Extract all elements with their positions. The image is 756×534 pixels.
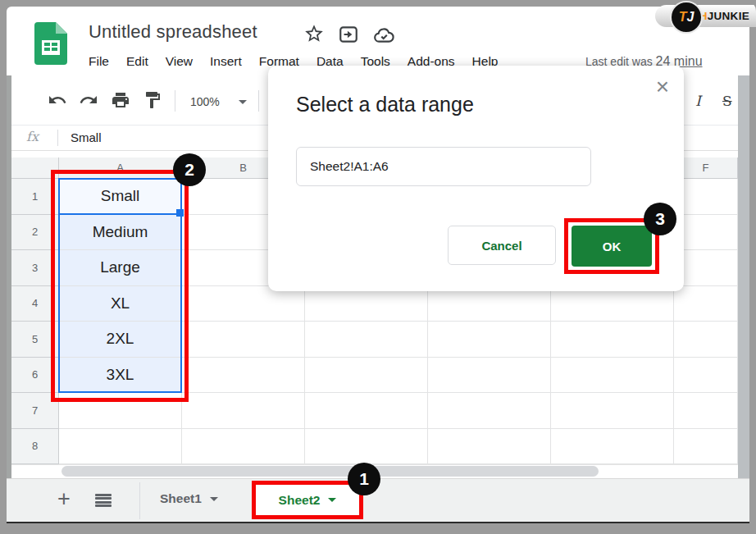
menu-view[interactable]: View [166, 54, 193, 69]
cell-D4[interactable] [428, 286, 551, 322]
spreadsheet-title[interactable]: Untitled spreadsheet [89, 21, 257, 43]
cell-C8[interactable] [305, 429, 428, 465]
zoom-level-select[interactable]: 100% [190, 95, 220, 108]
move-folder-icon[interactable] [338, 24, 359, 45]
add-sheet-button[interactable]: + [57, 486, 71, 512]
undo-icon[interactable] [48, 90, 67, 110]
menu-edit[interactable]: Edit [126, 54, 148, 69]
dialog-title: Select a data range [296, 93, 474, 116]
annotation-rect-range [51, 170, 189, 402]
cell-B5[interactable] [182, 322, 305, 358]
formula-bar-divider [57, 130, 58, 146]
cell-C5[interactable] [305, 322, 428, 358]
menu-file[interactable]: File [89, 54, 109, 69]
row-header-8[interactable]: 8 [11, 429, 59, 465]
cell-F8[interactable] [674, 429, 738, 465]
close-icon[interactable]: × [656, 75, 669, 98]
star-icon[interactable] [303, 23, 325, 44]
google-sheets-logo-icon [34, 22, 67, 65]
cell-E4[interactable] [551, 286, 674, 322]
cell-D7[interactable] [428, 393, 551, 429]
tab-sheet1[interactable]: Sheet1 [160, 491, 218, 506]
sheet-bar-divider [139, 482, 140, 519]
cell-B7[interactable] [182, 393, 305, 429]
toolbar-divider [175, 90, 175, 112]
chevron-down-icon[interactable] [328, 498, 336, 502]
cell-D8[interactable] [428, 429, 551, 465]
cell-D5[interactable] [428, 322, 551, 358]
cancel-button[interactable]: Cancel [448, 226, 556, 265]
cell-F4[interactable] [674, 286, 738, 322]
chevron-down-icon[interactable] [239, 100, 247, 104]
all-sheets-menu-icon[interactable] [95, 494, 112, 507]
vertical-scrollbar[interactable] [738, 75, 749, 478]
annotation-badge-2: 2 [173, 153, 206, 186]
print-icon[interactable] [111, 90, 130, 110]
cell-F5[interactable] [674, 322, 738, 358]
cell-E5[interactable] [551, 322, 674, 358]
horizontal-scrollbar-thumb[interactable] [61, 466, 599, 477]
menu-insert[interactable]: Insert [210, 54, 242, 69]
spreadsheet-window: Untitled spreadsheet File Edit View Inse… [7, 7, 749, 523]
cell-B4[interactable] [182, 286, 305, 322]
chevron-down-icon[interactable] [210, 497, 218, 501]
left-edge-strip [7, 75, 11, 478]
techjunkie-logo-icon: TJ [670, 1, 703, 34]
cell-C6[interactable] [305, 358, 428, 394]
annotation-badge-3: 3 [644, 203, 676, 235]
formula-bar-value[interactable]: Small [71, 130, 102, 144]
fx-icon: fx [26, 129, 39, 144]
tab-sheet2[interactable]: Sheet2 [252, 481, 363, 519]
italic-button[interactable]: I [695, 93, 701, 109]
cell-F7[interactable] [674, 393, 738, 429]
cell-C4[interactable] [305, 286, 428, 322]
annotation-badge-1: 1 [348, 463, 380, 495]
strikethrough-button[interactable]: S [722, 93, 732, 109]
data-range-input[interactable] [296, 147, 591, 186]
cell-C7[interactable] [305, 393, 428, 429]
cell-F6[interactable] [674, 358, 738, 394]
cell-E7[interactable] [551, 393, 674, 429]
cell-D6[interactable] [428, 358, 551, 394]
cell-E6[interactable] [551, 358, 674, 394]
cell-E8[interactable] [551, 429, 674, 465]
select-data-range-dialog: Select a data range × Cancel OK [268, 66, 684, 291]
redo-icon[interactable] [79, 90, 98, 110]
cloud-check-icon[interactable] [373, 25, 394, 46]
cell-B6[interactable] [182, 358, 305, 394]
paint-format-icon[interactable] [143, 90, 162, 110]
cell-A8[interactable] [59, 429, 182, 465]
toolbar-divider [258, 90, 259, 112]
cell-B8[interactable] [182, 429, 305, 465]
